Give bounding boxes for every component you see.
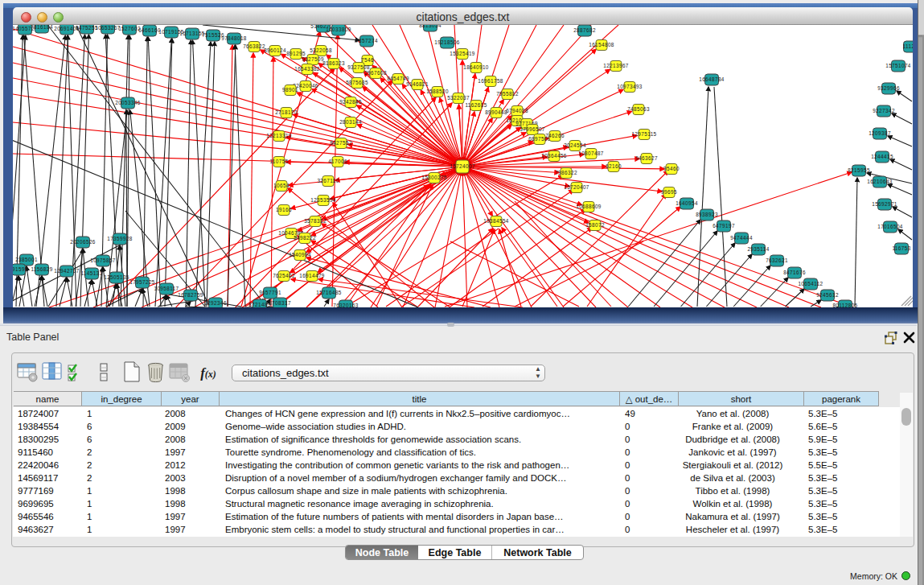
svg-text:16210643: 16210643 (867, 179, 893, 184)
svg-text:15325419: 15325419 (450, 51, 475, 56)
svg-text:3578312: 3578312 (304, 218, 326, 224)
svg-text:16782759: 16782759 (178, 292, 203, 298)
svg-text:9327509: 9327509 (302, 56, 324, 62)
svg-text:9463627: 9463627 (635, 155, 658, 161)
svg-text:5322037: 5322037 (447, 95, 470, 101)
svg-text:62160: 62160 (606, 163, 622, 169)
svg-text:9227342: 9227342 (873, 108, 895, 113)
svg-text:9474444: 9474444 (730, 235, 753, 241)
svg-text:7955812: 7955812 (496, 91, 519, 97)
svg-text:95460: 95460 (663, 166, 680, 171)
svg-text:9329966: 9329966 (877, 85, 900, 91)
svg-text:10654: 10654 (273, 183, 290, 188)
svg-text:10653267: 10653267 (95, 25, 121, 31)
svg-text:8990448: 8990448 (485, 109, 507, 115)
svg-text:16648784: 16648784 (699, 76, 725, 82)
svg-text:8813054: 8813054 (419, 25, 441, 28)
svg-text:12213967: 12213967 (603, 63, 629, 68)
svg-text:8938923: 8938923 (696, 212, 718, 217)
svg-text:5498222: 5498222 (294, 235, 316, 241)
svg-text:37996507: 37996507 (519, 126, 545, 132)
svg-text:9327508: 9327508 (347, 64, 370, 70)
svg-text:2935114: 2935114 (747, 246, 769, 252)
svg-text:8721489: 8721489 (248, 302, 271, 307)
svg-text:7816184: 7816184 (31, 25, 53, 30)
svg-text:76320163: 76320163 (333, 303, 359, 307)
svg-text:891295: 891295 (286, 51, 306, 56)
svg-text:9657791: 9657791 (259, 290, 281, 295)
svg-text:10975857: 10975857 (90, 257, 116, 263)
svg-text:16914479: 16914479 (299, 273, 325, 278)
svg-text:18640910: 18640910 (463, 64, 489, 70)
svg-text:746266: 746266 (545, 133, 565, 138)
svg-text:f(x): f(x) (200, 365, 216, 381)
svg-text:7546: 7546 (361, 57, 374, 63)
svg-text:7485063: 7485063 (627, 106, 650, 112)
svg-text:8471676: 8471676 (783, 270, 806, 275)
svg-text:1162615: 1162615 (465, 102, 487, 108)
svg-text:12353594: 12353594 (310, 197, 336, 203)
svg-text:97848018: 97848018 (221, 35, 247, 41)
svg-text:1640954: 1640954 (676, 200, 698, 206)
svg-text:3024554: 3024554 (564, 142, 586, 148)
svg-text:1156829: 1156829 (31, 266, 52, 272)
svg-text:15692971: 15692971 (872, 201, 897, 207)
svg-text:8454749: 8454749 (387, 76, 409, 81)
svg-text:17359928: 17359928 (107, 236, 133, 241)
svg-text:20364456: 20364456 (541, 153, 567, 159)
svg-text:1209387: 1209387 (869, 130, 891, 136)
svg-text:391599: 391599 (13, 266, 28, 272)
svg-text:2887682: 2887682 (573, 27, 596, 33)
svg-text:6794028: 6794028 (506, 108, 528, 113)
svg-text:99695: 99695 (661, 189, 677, 195)
svg-text:9242845: 9242845 (339, 99, 362, 105)
svg-text:10807487: 10807487 (578, 150, 604, 156)
svg-text:110755: 110755 (269, 159, 288, 164)
svg-text:8427552: 8427552 (330, 140, 352, 146)
svg-text:2967608: 2967608 (364, 70, 387, 76)
svg-text:7632621: 7632621 (766, 257, 788, 263)
svg-text:1292346: 1292346 (204, 300, 227, 306)
svg-text:10688609: 10688609 (576, 204, 602, 209)
svg-text:80112805: 80112805 (832, 303, 857, 307)
svg-text:12975115: 12975115 (631, 131, 656, 137)
svg-text:1540994: 1540994 (289, 252, 311, 257)
svg-text:98901: 98901 (282, 87, 298, 93)
svg-text:15716485: 15716485 (316, 290, 342, 295)
svg-text:19384554: 19384554 (483, 218, 509, 224)
svg-text:16543382: 16543382 (294, 66, 320, 72)
svg-text:2803144: 2803144 (339, 119, 362, 125)
svg-text:8186323: 8186323 (322, 60, 345, 66)
svg-text:2718170: 2718170 (275, 109, 298, 115)
svg-text:1588520: 1588520 (426, 89, 449, 94)
svg-text:15724007: 15724007 (450, 163, 475, 169)
svg-text:3267110: 3267110 (317, 178, 339, 183)
svg-text:12942737: 12942737 (54, 268, 80, 274)
svg-text:15751074: 15751074 (885, 63, 911, 68)
svg-text:8215955: 8215955 (848, 167, 870, 173)
svg-text:15720407: 15720407 (564, 184, 589, 190)
svg-text:16961758: 16961758 (478, 78, 503, 84)
svg-text:16713155: 16713155 (179, 31, 205, 36)
svg-text:417006: 417006 (328, 159, 347, 164)
svg-text:17957225: 17957225 (129, 279, 155, 285)
svg-text:1527602: 1527602 (118, 26, 141, 31)
svg-text:7986322: 7986322 (555, 170, 577, 175)
svg-text:7625402: 7625402 (273, 273, 295, 278)
svg-text:8708317: 8708317 (269, 300, 291, 306)
svg-text:1145131: 1145131 (80, 270, 102, 276)
svg-text:16154808: 16154808 (589, 42, 614, 47)
svg-text:2385001: 2385001 (15, 257, 38, 262)
svg-text:7857274: 7857274 (355, 38, 378, 43)
svg-text:7663822: 7663822 (243, 43, 265, 49)
svg-text:12505135: 12505135 (104, 274, 129, 280)
svg-text:10654112: 10654112 (798, 281, 823, 286)
svg-text:8960124: 8960124 (264, 47, 286, 53)
svg-text:5875685: 5875685 (346, 80, 368, 85)
svg-text:10973493: 10973493 (617, 84, 643, 89)
svg-text:19166: 19166 (276, 207, 292, 212)
svg-text:9146821: 9146821 (406, 81, 429, 87)
svg-text:10958117: 10958117 (154, 286, 179, 291)
svg-text:20206526: 20206526 (70, 239, 96, 245)
svg-text:12213319: 12213319 (266, 133, 292, 138)
